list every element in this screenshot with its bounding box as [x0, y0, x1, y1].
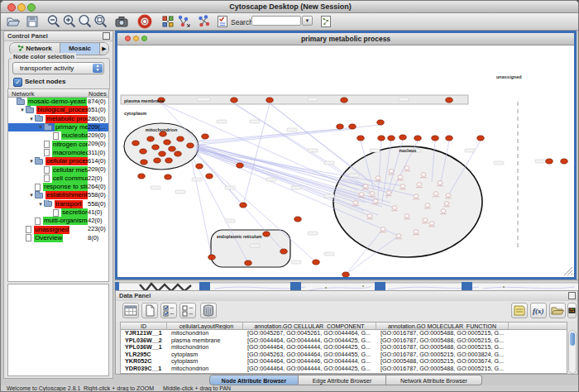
graph-node[interactable] [404, 166, 409, 170]
graph-node[interactable] [396, 234, 401, 237]
search-dropdown-button[interactable]: ▼ [302, 16, 313, 26]
formula-icon[interactable]: f(x) [530, 303, 547, 318]
tree-item[interactable]: response to stimulu264(0) [8, 183, 108, 191]
expand-arrow-icon[interactable]: ▾ [28, 157, 35, 165]
network-canvas[interactable]: plasma membrane cytoplasm mitochondrion … [117, 45, 574, 277]
graph-node[interactable] [398, 175, 403, 179]
graph-node-selected[interactable] [206, 174, 213, 179]
layout-force-icon[interactable] [197, 14, 212, 29]
zoom-in-icon[interactable] [62, 14, 77, 29]
graph-node-selected[interactable] [546, 159, 553, 164]
graph-node[interactable] [421, 173, 426, 176]
graph-node-selected[interactable] [446, 136, 452, 141]
graph-node[interactable] [404, 214, 409, 218]
graph-node-selected[interactable] [169, 146, 175, 151]
graph-node-selected[interactable] [231, 98, 237, 103]
import-attributes-icon[interactable] [549, 303, 566, 318]
zoom-selected-icon[interactable] [93, 14, 108, 29]
graph-node[interactable] [433, 192, 438, 195]
tree-item[interactable]: Overview8(0) [8, 234, 108, 242]
graph-node[interactable] [444, 202, 449, 205]
graph-node[interactable] [367, 214, 372, 218]
graph-node[interactable] [380, 227, 385, 231]
network-view-titlebar[interactable]: primary metabolic process [117, 33, 574, 45]
graph-node-selected[interactable] [280, 249, 287, 254]
graph-node-selected[interactable] [294, 217, 301, 222]
tree-item[interactable]: mosaic-demo-yeast874(0) [8, 98, 108, 106]
graph-node-selected[interactable] [377, 120, 384, 125]
graph-node-selected[interactable] [349, 124, 356, 129]
graph-node-selected[interactable] [237, 163, 243, 168]
graph-node-selected[interactable] [177, 136, 184, 141]
graph-node-selected[interactable] [165, 158, 172, 163]
open-session-icon[interactable] [6, 14, 21, 29]
graph-node-selected[interactable] [400, 135, 406, 140]
graph-node-selected[interactable] [140, 149, 146, 154]
tree-item[interactable]: ▾primary metabolic209(... [8, 123, 108, 131]
expand-arrow-icon[interactable]: ▾ [28, 191, 35, 199]
graph-node[interactable] [423, 218, 428, 222]
tree-item[interactable]: ▾transport558(0) [8, 200, 108, 208]
graph-node-selected[interactable] [414, 136, 421, 141]
scrollbar-thumb[interactable] [570, 332, 575, 346]
expand-arrow-icon[interactable]: ▾ [37, 123, 44, 131]
graph-node-selected[interactable] [341, 98, 347, 103]
annotation-icon[interactable] [215, 14, 230, 29]
graph-node-selected[interactable] [165, 174, 171, 179]
graph-node[interactable] [376, 176, 380, 179]
graph-node-selected[interactable] [357, 136, 364, 141]
column-header-molecular-function[interactable]: annotation.GO MOLECULAR_FUNCTION [376, 323, 509, 329]
graph-node-selected[interactable] [141, 160, 147, 165]
table-scrollbar[interactable] [568, 330, 577, 374]
graph-node-selected[interactable] [152, 145, 159, 150]
graph-node-selected[interactable] [196, 164, 203, 169]
graph-node[interactable] [373, 199, 378, 203]
snapshot-icon[interactable] [114, 14, 129, 29]
unselect-attributes-icon[interactable] [179, 303, 196, 318]
graph-node[interactable] [441, 209, 446, 213]
heatmap-icon[interactable] [567, 303, 577, 318]
select-nodes-checkbox[interactable]: ✓ [13, 78, 22, 87]
graph-node[interactable] [446, 194, 451, 197]
graph-node-selected[interactable] [477, 136, 484, 141]
graph-node[interactable] [414, 230, 419, 233]
tree-item[interactable]: nucleobase-209(0) [8, 131, 108, 140]
tree-item[interactable]: ▾biological_process651(0) [8, 106, 108, 114]
expand-arrow-icon[interactable]: ▾ [19, 106, 26, 114]
help-icon[interactable] [137, 14, 152, 29]
float-panel-icon[interactable] [568, 292, 576, 299]
graph-node[interactable] [425, 203, 430, 207]
graph-node-selected[interactable] [446, 98, 452, 103]
graph-node[interactable] [386, 191, 391, 194]
expand-arrow-icon[interactable]: ▾ [28, 115, 35, 123]
import-network-icon[interactable] [318, 14, 333, 29]
save-session-icon[interactable] [25, 14, 40, 29]
delete-attribute-icon[interactable] [200, 303, 217, 318]
graph-node-selected[interactable] [313, 260, 319, 265]
graph-node-selected[interactable] [561, 159, 567, 164]
new-attribute-icon[interactable] [141, 303, 158, 318]
tab-network-attribute-browser[interactable]: Network Attribute Browser [386, 375, 482, 385]
birds-eye-view[interactable] [7, 284, 109, 376]
zoom-out-icon[interactable] [46, 14, 61, 29]
graph-node-selected[interactable] [208, 255, 215, 260]
table-row[interactable]: YLR295Ccytoplasm[GO:0045263, GO:0044464,… [121, 351, 567, 359]
graph-node-selected[interactable] [240, 203, 246, 208]
graph-node-selected[interactable] [378, 136, 385, 141]
tree-item[interactable]: secretion41(0) [8, 208, 108, 217]
graph-node-selected[interactable] [388, 136, 395, 141]
show-table-icon[interactable] [122, 303, 139, 318]
column-header-id[interactable]: ID [121, 323, 167, 329]
graph-node-selected[interactable] [132, 141, 139, 146]
tab-node-attribute-browser[interactable]: Node Attribute Browser [209, 375, 299, 385]
tree-item[interactable]: cell communicat22(0) [8, 174, 108, 183]
graph-node[interactable] [414, 194, 419, 198]
graph-node-selected[interactable] [138, 174, 145, 179]
graph-node[interactable] [417, 183, 422, 186]
table-row[interactable]: YKR052Ccytoplasm[GO:0044464, GO:0044446,… [121, 358, 567, 366]
network-overview-icon[interactable] [160, 14, 175, 29]
graph-node[interactable] [370, 192, 375, 195]
graph-node[interactable] [392, 206, 397, 209]
column-header-cellular-component[interactable]: annotation.GO CELLULAR_COMPONENT [243, 323, 376, 329]
graph-node-selected[interactable] [342, 272, 349, 277]
